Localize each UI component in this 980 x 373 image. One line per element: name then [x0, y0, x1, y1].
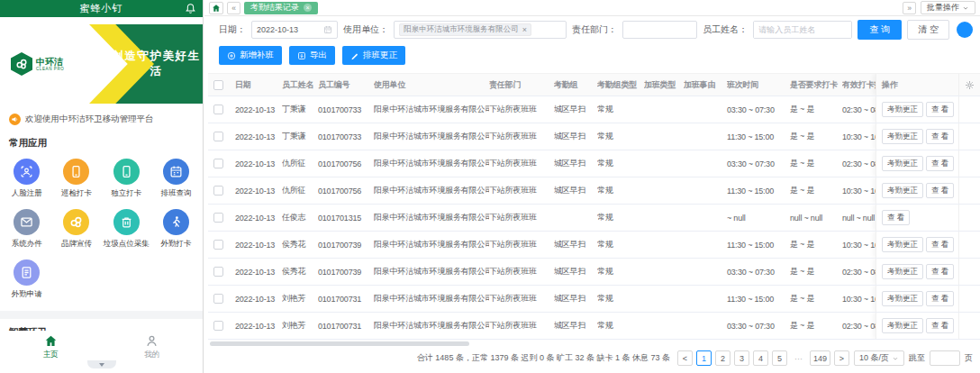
row-checkbox[interactable]	[213, 213, 223, 223]
bell-icon[interactable]	[185, 3, 196, 14]
cell-code: 0101700739	[318, 268, 374, 277]
page-button-149[interactable]: 149	[810, 350, 830, 366]
shift-correction-button[interactable]: 排班更正	[342, 46, 405, 65]
cell-require-punch: 是 ~ 是	[790, 320, 842, 332]
export-icon	[297, 51, 306, 60]
cell-shift-time: 11:30 ~ 15:00	[727, 132, 790, 141]
view-button[interactable]: 查 看	[926, 102, 954, 117]
app-standalone-punch[interactable]: 独立打卡	[102, 159, 151, 199]
row-checkbox[interactable]	[213, 321, 223, 331]
cell-dept: 下站所夜班班	[489, 158, 554, 169]
attendance-correct-button[interactable]: 考勤更正	[882, 156, 923, 171]
date-input[interactable]: 2022-10-13	[251, 21, 338, 39]
row-checkbox[interactable]	[213, 105, 223, 114]
cell-group-type: 常规	[597, 320, 644, 332]
attendance-correct-button[interactable]: 考勤更正	[882, 237, 923, 252]
app-patrol-punch[interactable]: 巡检打卡	[51, 159, 101, 199]
brand-name-en: CLEAN PRO	[36, 67, 64, 71]
page-ellipsis[interactable]: ···	[791, 350, 806, 366]
nav-home[interactable]: 主页	[43, 334, 59, 360]
batch-operations-button[interactable]: 批量操作	[921, 1, 975, 14]
app-label: 品牌宣传	[61, 239, 92, 250]
employee-name-input[interactable]	[754, 22, 851, 38]
row-checkbox[interactable]	[213, 240, 223, 250]
cell-group: 城区早扫	[554, 266, 597, 277]
next-page-button[interactable]: >	[834, 350, 849, 366]
table-body: 2022-10-13丁秉谦0101700733阳泉中环洁城市环境服务有限公司下站…	[208, 96, 980, 340]
export-button[interactable]: 导出	[289, 46, 335, 65]
search-button[interactable]: 查 询	[858, 20, 902, 40]
add-makeup-shift-label: 新增补班	[240, 50, 274, 61]
clear-button[interactable]: 清 空	[907, 20, 949, 40]
app-schedule-query[interactable]: 排班查询	[151, 159, 201, 199]
view-button[interactable]: 查 看	[926, 291, 954, 306]
jump-page-input[interactable]	[930, 350, 960, 366]
row-checkbox[interactable]	[213, 159, 223, 168]
tab-attendance-results[interactable]: 考勤结果记录 ×	[244, 2, 318, 14]
app-title: 蜜蜂小钉	[80, 2, 123, 15]
view-button[interactable]: 查 看	[926, 318, 954, 333]
gear-column-spacer	[958, 96, 980, 123]
page-button-1[interactable]: 1	[696, 350, 712, 366]
scroll-tabs-left-button[interactable]: «	[227, 2, 240, 14]
prev-page-button[interactable]: <	[677, 350, 693, 366]
row-checkbox[interactable]	[213, 80, 223, 90]
brand-logo: 中环洁 CLEAN PRO	[11, 52, 64, 76]
app-field-punch[interactable]: 外勤打卡	[151, 209, 201, 250]
view-button[interactable]: 查 看	[926, 183, 954, 198]
cell-date: 2022-10-13	[235, 159, 282, 168]
dept-select[interactable]	[622, 21, 697, 39]
attendance-correct-button[interactable]: 考勤更正	[882, 291, 923, 306]
page-button-4[interactable]: 4	[753, 350, 768, 366]
column-header-ot-reason: 加班事由	[684, 79, 727, 91]
view-button[interactable]: 查 看	[926, 129, 954, 144]
attendance-correct-button[interactable]: 考勤更正	[882, 129, 923, 144]
add-makeup-shift-button[interactable]: 新增补班	[219, 46, 282, 65]
row-checkbox[interactable]	[213, 294, 223, 304]
ops-header-label: 操作	[882, 79, 898, 91]
collapse-handle[interactable]	[87, 360, 116, 368]
page-button-2[interactable]: 2	[715, 350, 730, 366]
attendance-correct-button[interactable]: 考勤更正	[882, 183, 923, 198]
page-button-5[interactable]: 5	[772, 350, 787, 366]
nav-mine[interactable]: 我的	[144, 334, 159, 360]
horizontal-scrollbar[interactable]	[210, 341, 469, 346]
view-button[interactable]: 查 看	[926, 264, 954, 279]
close-icon[interactable]: ×	[304, 4, 312, 12]
view-button[interactable]: 查 看	[926, 156, 954, 171]
row-actions: 考勤更正查 看	[876, 232, 958, 258]
checkbox-cell	[213, 294, 235, 304]
app-face-scan[interactable]: 人脸注册	[2, 159, 51, 199]
page-button-3[interactable]: 3	[734, 350, 749, 366]
app-field-apply[interactable]: 外勤申请	[2, 259, 51, 300]
cell-code: 0101700731	[318, 322, 374, 331]
checkbox-cell	[213, 321, 235, 331]
view-button[interactable]: 查 看	[926, 237, 954, 252]
attendance-correct-button[interactable]: 考勤更正	[882, 318, 923, 333]
floating-helper-button[interactable]	[957, 22, 973, 38]
app-header: 蜜蜂小钉	[0, 0, 203, 17]
column-settings-button[interactable]	[958, 74, 980, 96]
dept-label: 责任部门：	[572, 23, 617, 36]
page-size-select[interactable]: 10 条/页	[854, 350, 904, 366]
cell-shift-time: 11:30 ~ 15:00	[727, 295, 790, 304]
cell-code: 0101700739	[318, 241, 374, 250]
home-icon	[212, 4, 221, 13]
unit-select[interactable]: 阳泉中环洁城市环境服务有限公司 ×	[394, 21, 567, 39]
app-system-docs[interactable]: 系统办件	[2, 209, 51, 250]
row-checkbox[interactable]	[213, 132, 223, 141]
attendance-correct-button[interactable]: 考勤更正	[882, 264, 923, 279]
row-checkbox[interactable]	[213, 186, 223, 196]
view-button[interactable]: 查 看	[882, 210, 910, 225]
home-tab-button[interactable]	[209, 2, 223, 14]
cell-code: 0101700733	[318, 105, 374, 114]
attendance-correct-button[interactable]: 考勤更正	[882, 102, 923, 117]
app-trash-point[interactable]: 垃圾点位采集	[102, 209, 151, 250]
name-label: 员工姓名：	[703, 23, 748, 36]
announcement-bar[interactable]: 欢迎使用中环洁环卫移动管理平台	[0, 104, 203, 125]
row-checkbox[interactable]	[213, 267, 223, 277]
app-brand-promo[interactable]: 品牌宣传	[51, 209, 101, 250]
scroll-tabs-right-button[interactable]: »	[903, 2, 916, 14]
pagination: <12345···149>	[677, 350, 849, 366]
remove-tag-icon[interactable]: ×	[522, 26, 527, 34]
